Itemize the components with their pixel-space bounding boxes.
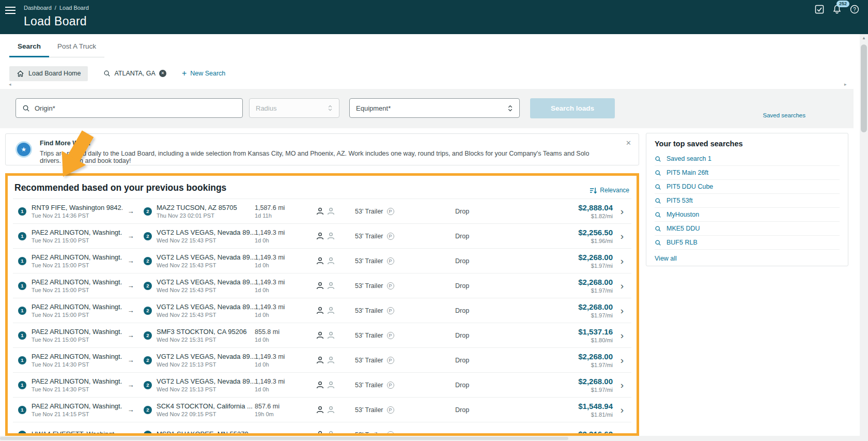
destination-location: VGT2 LAS VEGAS, Nevada 89... xyxy=(157,229,255,236)
equipment-type: 53' Trailer xyxy=(355,382,383,389)
load-row[interactable]: 1 RNT9 FIFE, Washington 9842... Tue Nov … xyxy=(13,199,631,223)
row-chevron-right-icon[interactable]: › xyxy=(613,255,631,267)
stepper-icon xyxy=(507,104,513,112)
search-icon xyxy=(655,239,661,246)
saved-search-item[interactable]: MyHouston xyxy=(655,208,840,222)
load-row[interactable]: 1 PAE2 ARLINGTON, Washingt... Tue Nov 21… xyxy=(13,372,631,397)
price: $2,268.00 xyxy=(541,377,613,386)
duration: 1d 0h xyxy=(255,337,316,343)
distance: 1,149.3 mi xyxy=(255,229,316,236)
banner-close-icon[interactable]: ✕ xyxy=(626,139,631,147)
route-arrow-icon: → xyxy=(122,307,139,314)
equipment-type: 53' Trailer xyxy=(355,208,383,215)
help-icon[interactable]: ? xyxy=(849,4,860,14)
saved-search-item[interactable]: PIT5 Main 26ft xyxy=(655,166,840,180)
origin-location: PAE2 ARLINGTON, Washingt... xyxy=(32,229,122,236)
tab-search[interactable]: Search xyxy=(9,42,49,57)
destination-stop-badge: 2 xyxy=(144,257,152,265)
saved-search-item[interactable]: BUF5 RLB xyxy=(655,236,840,250)
load-row[interactable]: 1 PAE2 ARLINGTON, Washingt... Tue Nov 21… xyxy=(13,347,631,372)
equipment-type: 53' Trailer xyxy=(355,233,383,240)
row-chevron-right-icon[interactable]: › xyxy=(613,379,631,391)
price: $1,537.16 xyxy=(541,327,613,336)
scroll-up-icon[interactable]: ▲ xyxy=(860,34,868,42)
driver-secondary-icon xyxy=(327,257,335,265)
home-icon xyxy=(17,70,24,78)
driver-secondary-icon xyxy=(327,282,335,290)
row-chevron-right-icon[interactable]: › xyxy=(613,404,631,416)
origin-time: Tue Nov 21 15:00 PST xyxy=(32,262,122,268)
origin-stop-badge: 1 xyxy=(18,431,26,436)
destination-stop-badge: 2 xyxy=(144,431,152,436)
destination-time: Wed Nov 22 15:43 PST xyxy=(157,237,255,244)
destination-time: Wed Nov 22 09:15 PST xyxy=(157,411,255,417)
load-row[interactable]: 1 PAE2 ARLINGTON, Washingt... Tue Nov 21… xyxy=(13,397,631,422)
load-board-home-button[interactable]: Load Board Home xyxy=(9,66,88,81)
row-chevron-right-icon[interactable]: › xyxy=(613,429,631,436)
load-row[interactable]: 1 PAE2 ARLINGTON, Washingt... Tue Nov 21… xyxy=(13,223,631,248)
origin-location: PAE2 ARLINGTON, Washingt... xyxy=(32,328,122,336)
toolbar-scroll-right-icon[interactable]: ▸ xyxy=(844,82,847,87)
search-icon xyxy=(655,197,661,204)
route-arrow-icon: → xyxy=(122,232,139,240)
parking-icon: P xyxy=(387,382,394,389)
new-search-label: New Search xyxy=(190,70,225,77)
origin-time: Tue Nov 21 15:00 PST xyxy=(32,287,122,293)
row-chevron-right-icon[interactable]: › xyxy=(613,280,631,292)
load-row[interactable]: 1 PAE2 ARLINGTON, Washingt... Tue Nov 21… xyxy=(13,323,631,347)
load-row[interactable]: 1 PAE2 ARLINGTON, Washingt... Tue Nov 21… xyxy=(13,248,631,273)
route-arrow-icon: → xyxy=(122,431,139,436)
vertical-scrollbar[interactable]: ▲ xyxy=(860,34,868,441)
search-icon xyxy=(655,211,661,218)
active-search-chip-label: ATLANTA, GA xyxy=(114,70,155,77)
origin-location: PAE2 ARLINGTON, Washingt... xyxy=(32,377,122,385)
origin-stop-badge: 1 xyxy=(18,257,26,265)
saved-searches-link[interactable]: Saved searches xyxy=(763,112,805,118)
row-chevron-right-icon[interactable]: › xyxy=(613,355,631,366)
equipment-select[interactable]: Equipment* xyxy=(349,98,520,118)
load-row[interactable]: 1 UWA4 EVERETT, Washingt... → 2 MSP1 SHA… xyxy=(13,422,631,436)
destination-stop-badge: 2 xyxy=(144,356,152,364)
sort-control[interactable]: Relevance xyxy=(590,187,629,194)
search-loads-button[interactable]: Search loads xyxy=(530,98,615,118)
active-search-chip[interactable]: ATLANTA, GA ✕ xyxy=(101,66,168,81)
duration: 1d 0h xyxy=(255,287,316,293)
price: $2,888.04 xyxy=(541,203,613,212)
load-row[interactable]: 1 PAE2 ARLINGTON, Washingt... Tue Nov 21… xyxy=(13,273,631,298)
saved-search-item[interactable]: PIT5 DDU Cube xyxy=(655,180,840,194)
driver-secondary-icon xyxy=(327,356,335,364)
row-chevron-right-icon[interactable]: › xyxy=(613,330,631,341)
origin-input[interactable]: Origin* xyxy=(16,98,243,118)
svg-text:?: ? xyxy=(853,7,856,12)
load-row[interactable]: 1 PAE2 ARLINGTON, Washingt... Tue Nov 21… xyxy=(13,298,631,323)
menu-icon[interactable] xyxy=(5,7,16,15)
horizontal-scrollbar-thumb[interactable] xyxy=(0,437,568,440)
tab-post-a-truck[interactable]: Post A Truck xyxy=(49,42,104,57)
vertical-scrollbar-thumb[interactable] xyxy=(861,44,867,132)
banner-title: Find More Work! xyxy=(40,140,90,147)
origin-stop-badge: 1 xyxy=(18,356,26,364)
origin-stop-badge: 1 xyxy=(18,406,26,414)
destination-location: VGT2 LAS VEGAS, Nevada 89... xyxy=(157,353,255,360)
saved-search-item[interactable]: Saved search 1 xyxy=(655,152,840,166)
destination-location: VGT2 LAS VEGAS, Nevada 89... xyxy=(157,278,255,286)
tasks-icon[interactable] xyxy=(814,4,825,14)
driver-icon xyxy=(316,406,324,414)
stop-type: Drop xyxy=(432,233,541,240)
row-chevron-right-icon[interactable]: › xyxy=(613,206,631,217)
row-chevron-right-icon[interactable]: › xyxy=(613,231,631,242)
radius-input[interactable]: Radius xyxy=(249,98,339,118)
banner-body: Trips are posted daily to the Load Board… xyxy=(40,150,598,164)
toolbar-scroll-left-icon[interactable]: ◂ xyxy=(9,82,11,87)
saved-search-item[interactable]: MKE5 DDU xyxy=(655,222,840,236)
chip-close-icon[interactable]: ✕ xyxy=(159,70,166,77)
breadcrumb-dashboard[interactable]: Dashboard xyxy=(24,5,52,11)
new-search-button[interactable]: + New Search xyxy=(182,70,225,77)
notifications-bell-icon[interactable]: 252 xyxy=(832,4,842,14)
saved-search-item[interactable]: PIT5 53ft xyxy=(655,194,840,208)
find-more-work-banner: ★ Find More Work! Trips are posted daily… xyxy=(5,133,639,165)
horizontal-scrollbar[interactable] xyxy=(0,436,860,441)
view-all-link[interactable]: View all xyxy=(655,255,677,262)
row-chevron-right-icon[interactable]: › xyxy=(613,305,631,316)
breadcrumb-load-board[interactable]: Load Board xyxy=(59,5,89,11)
